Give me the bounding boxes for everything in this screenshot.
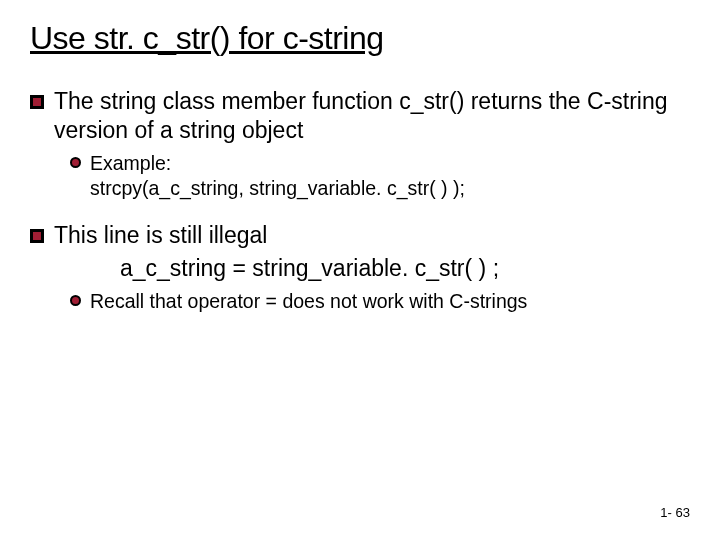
bullet-2-code: a_c_string = string_variable. c_str( ) ; <box>120 254 690 283</box>
bullet-2-text: This line is still illegal <box>54 221 690 250</box>
bullet-block-2: This line is still illegal a_c_string = … <box>30 221 690 314</box>
sub-bullet-2: Recall that operator = does not work wit… <box>70 289 690 314</box>
square-bullet-icon <box>30 229 44 243</box>
sub-bullet-1: Example: strcpy(a_c_string, string_varia… <box>70 151 690 202</box>
bullet-1: The string class member function c_str()… <box>30 87 690 145</box>
slide-title: Use str. c_str() for c-string <box>30 20 690 57</box>
bullet-1-text: The string class member function c_str()… <box>54 87 690 145</box>
sub-block-2: Recall that operator = does not work wit… <box>70 289 690 314</box>
square-bullet-icon <box>30 95 44 109</box>
circle-bullet-icon <box>70 295 81 306</box>
page-number: 1- 63 <box>660 505 690 520</box>
bullet-block-1: The string class member function c_str()… <box>30 87 690 201</box>
sub-1-text: Example: strcpy(a_c_string, string_varia… <box>90 151 690 202</box>
sub-2-text: Recall that operator = does not work wit… <box>90 289 690 314</box>
circle-bullet-icon <box>70 157 81 168</box>
bullet-2: This line is still illegal <box>30 221 690 250</box>
sub-block-1: Example: strcpy(a_c_string, string_varia… <box>70 151 690 202</box>
